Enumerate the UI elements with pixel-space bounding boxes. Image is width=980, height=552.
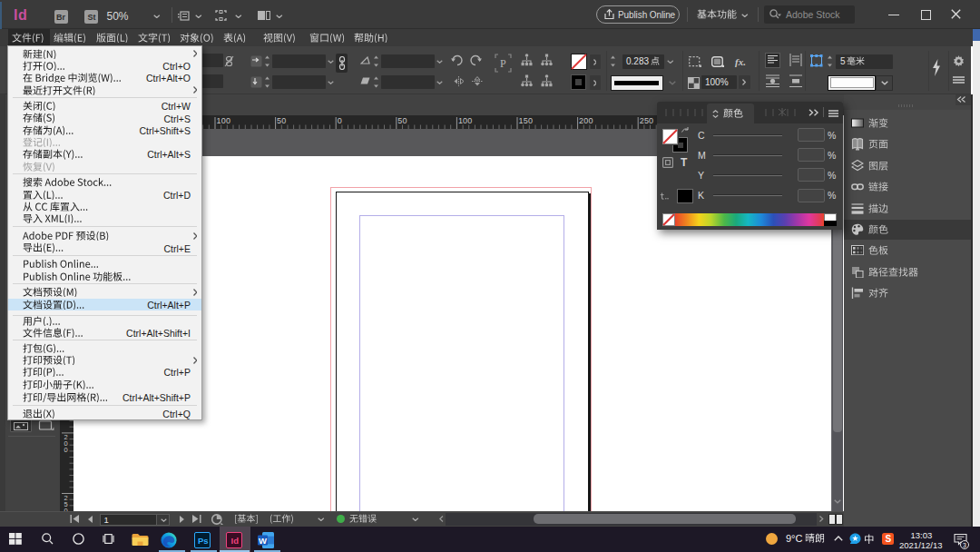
svg-text:W: W — [259, 536, 267, 546]
